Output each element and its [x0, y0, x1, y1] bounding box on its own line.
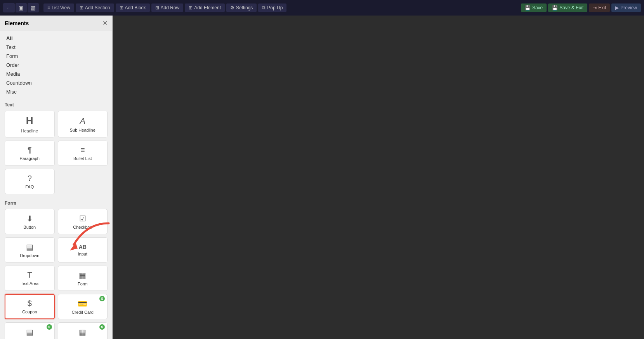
button-element[interactable]: ⬇ Button — [5, 209, 55, 234]
order-summary-element[interactable]: $ ▦ Order Summary — [58, 322, 108, 339]
paragraph-icon: ¶ — [28, 146, 32, 155]
exit-button[interactable]: ⇥ Exit — [589, 3, 610, 12]
add-element-button[interactable]: ⊞ Add Element — [185, 3, 225, 12]
preview-icon: ▶ — [615, 5, 619, 10]
faq-element[interactable]: ? FAQ — [5, 169, 55, 194]
order-select-element[interactable]: $ ▤ Order Select — [5, 322, 55, 339]
checkbox-icon: ☑ — [79, 214, 86, 223]
add-section-button[interactable]: ⊞ Add Section — [76, 3, 114, 12]
credit-card-element[interactable]: $ 💳 Credit Card — [58, 294, 108, 319]
input-element[interactable]: AB Input — [58, 237, 108, 263]
add-row-button[interactable]: ⊞ Add Row — [151, 3, 184, 12]
sidebar-item-misc[interactable]: Misc — [5, 88, 108, 96]
add-row-icon: ⊞ — [155, 5, 159, 10]
save-exit-button[interactable]: 💾 Save & Exit — [548, 3, 587, 12]
save-exit-icon: 💾 — [552, 5, 558, 10]
add-section-icon: ⊞ — [80, 5, 83, 10]
exit-icon: ⇥ — [593, 5, 597, 10]
credit-card-badge: $ — [99, 296, 105, 301]
popup-button[interactable]: ⧉ Pop Up — [258, 3, 286, 12]
settings-icon: ⚙ — [230, 5, 234, 10]
sidebar-header: Elements ✕ — [0, 16, 112, 31]
sidebar-title: Elements — [5, 20, 29, 26]
bullet-list-element[interactable]: ≡ Bullet List — [58, 141, 108, 166]
add-block-icon: ⊞ — [120, 5, 123, 10]
input-icon: AB — [79, 244, 87, 250]
paragraph-element[interactable]: ¶ Paragraph — [5, 141, 55, 166]
sidebar-nav: All Text Form Order Media Countdown Misc — [0, 31, 112, 99]
sidebar-close-button[interactable]: ✕ — [102, 19, 108, 27]
sub-headline-element[interactable]: A Sub Headline — [58, 111, 108, 137]
list-view-button[interactable]: ≡ List View — [43, 3, 74, 12]
elements-sidebar: Elements ✕ All Text Form Order Media Cou… — [0, 16, 113, 339]
desktop-view-button[interactable]: ▣ — [16, 3, 27, 12]
settings-button[interactable]: ⚙ Settings — [226, 3, 257, 12]
order-select-badge: $ — [47, 324, 52, 330]
form-elements-grid: ⬇ Button ☑ Checkbox ▤ Dropdown AB Input … — [0, 207, 112, 339]
coupon-element[interactable]: $ Coupon — [5, 294, 55, 319]
preview-button[interactable]: ▶ Preview — [611, 3, 641, 12]
headline-icon: H — [26, 115, 33, 127]
sidebar-item-text[interactable]: Text — [5, 43, 108, 51]
toolbar-nav: ← ▣ ▨ — [3, 3, 39, 12]
form-icon: ▦ — [79, 271, 86, 280]
bullet-list-icon: ≡ — [80, 146, 85, 155]
list-view-icon: ≡ — [47, 5, 50, 10]
add-element-icon: ⊞ — [189, 5, 193, 10]
form-section-label: Form — [0, 197, 112, 207]
sidebar-item-form[interactable]: Form — [5, 52, 108, 60]
form-element[interactable]: ▦ Form — [58, 266, 108, 291]
button-icon: ⬇ — [26, 214, 33, 223]
textarea-element[interactable]: T Text Area — [5, 266, 55, 291]
headline-element[interactable]: H Headline — [5, 111, 55, 137]
save-icon: 💾 — [525, 5, 531, 10]
sidebar-item-media[interactable]: Media — [5, 70, 108, 78]
textarea-icon: T — [27, 271, 32, 280]
faq-icon: ? — [28, 174, 32, 183]
dropdown-icon: ▤ — [26, 242, 33, 252]
toolbar: ← ▣ ▨ ≡ List View ⊞ Add Section ⊞ Add Bl… — [0, 0, 644, 16]
popup-icon: ⧉ — [262, 5, 266, 10]
sidebar-item-all[interactable]: All — [5, 34, 108, 42]
order-summary-icon: ▦ — [79, 327, 86, 337]
credit-card-icon: 💳 — [78, 299, 87, 308]
dropdown-element[interactable]: ▤ Dropdown — [5, 237, 55, 263]
toolbar-right: 💾 Save 💾 Save & Exit ⇥ Exit ▶ Preview — [521, 3, 641, 12]
add-block-button[interactable]: ⊞ Add Block — [116, 3, 150, 12]
tablet-view-button[interactable]: ▨ — [28, 3, 39, 12]
text-section-label: Text — [0, 99, 112, 109]
sidebar-item-countdown[interactable]: Countdown — [5, 79, 108, 87]
text-elements-grid: H Headline A Sub Headline ¶ Paragraph ≡ … — [0, 109, 112, 197]
checkbox-element[interactable]: ☑ Checkbox — [58, 209, 108, 234]
order-summary-badge: $ — [99, 324, 105, 330]
order-select-icon: ▤ — [26, 327, 33, 337]
sidebar-item-order[interactable]: Order — [5, 61, 108, 69]
sub-headline-icon: A — [80, 116, 85, 126]
coupon-icon: $ — [28, 299, 32, 308]
back-button[interactable]: ← — [3, 3, 15, 12]
save-button[interactable]: 💾 Save — [521, 3, 547, 12]
